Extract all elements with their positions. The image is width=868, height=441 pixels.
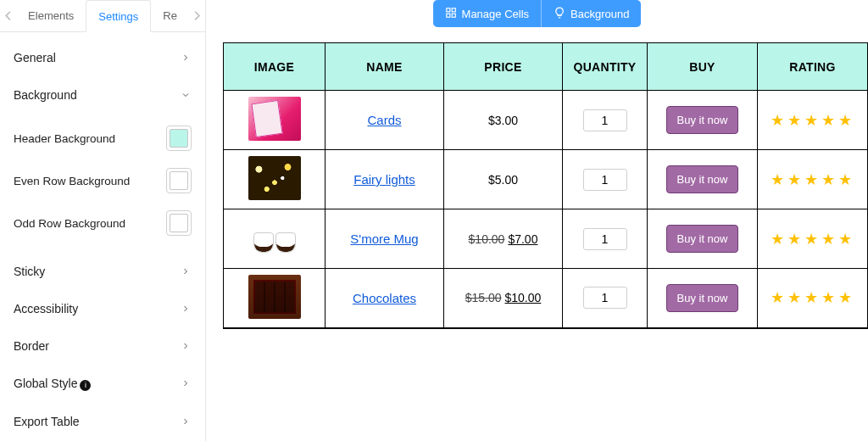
price-original: $10.00 [469,232,505,246]
section-global-style[interactable]: Global Stylei [0,365,205,403]
section-general-label: General [14,51,56,64]
cell-buy[interactable]: Buy it now [648,150,758,209]
section-accessibility[interactable]: Accessibility [0,290,205,327]
header-background-swatch[interactable] [166,126,192,151]
product-thumbnail [248,156,301,200]
background-controls: Header Background Even Row Background Od… [0,114,205,253]
cell-quantity[interactable] [563,91,648,150]
bulb-icon [554,7,565,21]
cell-rating[interactable]: ★★★★★ [758,209,868,269]
cell-buy[interactable]: Buy it now [648,91,758,150]
even-row-background-swatch[interactable] [166,168,192,193]
buy-button[interactable]: Buy it now [666,284,739,312]
header-background-row: Header Background [14,117,192,159]
cell-image[interactable] [224,91,326,150]
product-thumbnail [248,275,301,319]
product-table: IMAGE NAME PRICE QUANTITY BUY RATING Car… [223,42,868,329]
product-table-wrap: IMAGE NAME PRICE QUANTITY BUY RATING Car… [223,42,868,329]
price-current: $5.00 [488,173,518,187]
buy-button[interactable]: Buy it now [666,106,739,134]
manage-cells-button[interactable]: Manage Cells [433,0,542,27]
tab-scroll-left[interactable] [0,0,16,31]
price-original: $15.00 [465,291,502,304]
quantity-input[interactable] [583,169,627,191]
col-image[interactable]: IMAGE [224,43,326,91]
product-link[interactable]: S'more Mug [350,232,418,246]
section-background[interactable]: Background [0,76,205,114]
chevron-right-icon [180,377,192,389]
cell-price[interactable]: $3.00 [444,91,563,150]
section-sticky[interactable]: Sticky [0,253,205,290]
quantity-input[interactable] [583,109,627,131]
cell-image[interactable] [224,269,326,328]
cell-image[interactable] [224,150,326,209]
settings-panel: General Background Header Background Eve… [0,32,205,441]
table-row: Cards$3.00Buy it now★★★★★ [224,91,868,150]
product-link[interactable]: Fairy lights [353,172,415,187]
cell-quantity[interactable] [563,150,648,209]
cell-price[interactable]: $5.00 [444,150,563,209]
editor-canvas: Manage Cells Background IMAGE NAME PRICE… [206,0,868,441]
cell-image[interactable] [224,209,326,269]
col-quantity[interactable]: QUANTITY [563,43,648,91]
svg-rect-3 [452,14,455,17]
col-rating[interactable]: RATING [758,43,868,91]
cell-buy[interactable]: Buy it now [648,209,758,269]
color-swatch [170,214,188,232]
color-swatch [170,171,188,190]
chevron-right-icon [180,416,192,427]
section-general[interactable]: General [0,39,205,76]
product-link[interactable]: Chocolates [353,291,416,305]
cell-buy[interactable]: Buy it now [648,269,758,328]
chevron-right-icon [180,303,192,315]
col-name[interactable]: NAME [326,43,444,91]
table-row: S'more Mug$10.00$7.00Buy it now★★★★★ [224,209,868,269]
even-row-background-label: Even Row Background [14,175,130,187]
tab-settings[interactable]: Settings [86,0,151,32]
col-price[interactable]: PRICE [444,43,563,91]
table-body: Cards$3.00Buy it now★★★★★Fairy lights$5.… [224,91,868,328]
cell-name[interactable]: S'more Mug [326,209,444,269]
cell-quantity[interactable] [563,209,648,269]
price-current: $10.00 [505,291,542,304]
cell-name[interactable]: Cards [326,91,444,150]
sidebar-tabs: Elements Settings Re [0,0,205,32]
cell-price[interactable]: $10.00$7.00 [444,209,563,269]
settings-sidebar: Elements Settings Re General Background … [0,0,206,441]
quantity-input[interactable] [583,228,627,250]
buy-button[interactable]: Buy it now [666,165,739,193]
quantity-input[interactable] [583,287,627,309]
odd-row-background-swatch[interactable] [166,210,192,236]
product-link[interactable]: Cards [367,113,401,127]
col-buy[interactable]: BUY [648,43,758,91]
chevron-right-icon [180,265,192,277]
even-row-background-row: Even Row Background [14,159,192,202]
cell-name[interactable]: Chocolates [326,269,444,328]
cell-rating[interactable]: ★★★★★ [758,269,868,328]
price-current: $3.00 [488,114,518,127]
odd-row-background-label: Odd Row Background [14,217,125,230]
grid-icon [445,7,457,21]
tab-elements[interactable]: Elements [16,0,86,31]
product-thumbnail [248,215,301,260]
cell-price[interactable]: $15.00$10.00 [444,269,563,328]
section-border-label: Border [14,339,49,353]
floating-toolbar: Manage Cells Background [433,0,642,27]
buy-button[interactable]: Buy it now [666,225,739,253]
rating-stars: ★★★★★ [771,112,855,129]
manage-cells-label: Manage Cells [462,8,530,20]
table-header-row: IMAGE NAME PRICE QUANTITY BUY RATING [224,43,868,91]
section-border[interactable]: Border [0,327,205,365]
section-global-style-label: Global Stylei [14,377,91,391]
rating-stars: ★★★★★ [771,171,855,188]
background-button-label: Background [570,8,629,20]
cell-rating[interactable]: ★★★★★ [758,150,868,209]
table-row: Fairy lights$5.00Buy it now★★★★★ [224,150,868,209]
tab-scroll-right[interactable] [189,0,205,31]
section-export-table[interactable]: Export Table [0,403,205,440]
background-button[interactable]: Background [541,0,641,27]
cell-name[interactable]: Fairy lights [326,150,444,209]
cell-rating[interactable]: ★★★★★ [758,91,868,150]
cell-quantity[interactable] [563,269,648,328]
tab-re[interactable]: Re [151,0,189,31]
